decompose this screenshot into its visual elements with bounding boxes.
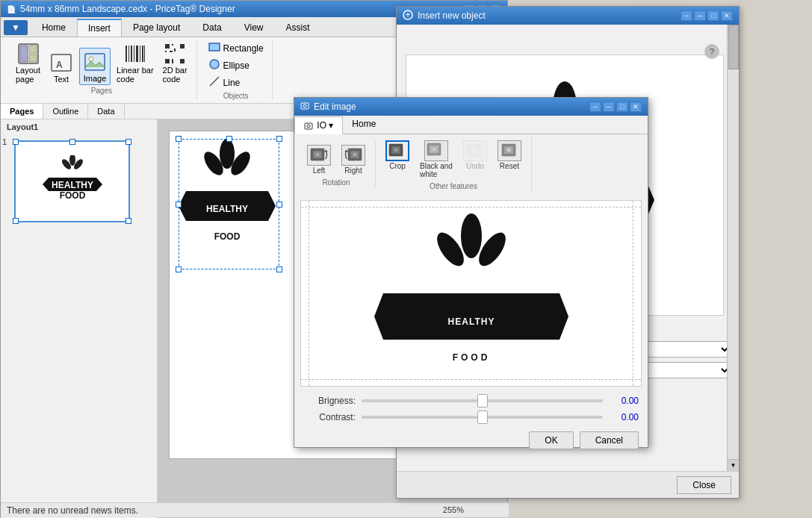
line-icon (208, 75, 220, 90)
tab-outline[interactable]: Outline (43, 104, 88, 119)
rotate-right-icon (341, 145, 365, 166)
tab-pages[interactable]: Pages (1, 104, 43, 119)
ribbon-item-text[interactable]: A Text (46, 49, 76, 85)
svg-marker-83 (560, 293, 568, 340)
ribbon-item-linear-barcode[interactable]: Linear barcode (114, 40, 157, 85)
scrollbar-down-btn[interactable]: ▼ (728, 459, 739, 471)
handle-br[interactable] (276, 266, 282, 272)
handle-tr[interactable] (125, 139, 131, 145)
svg-rect-14 (142, 46, 143, 62)
rectangle-icon (208, 41, 220, 55)
help-icon[interactable]: ? (704, 44, 719, 59)
bw-label: Black andwhite (420, 162, 453, 178)
dialog-maximize-btn[interactable]: □ (616, 102, 628, 112)
handle-tm[interactable] (226, 136, 232, 142)
scrollbar-v[interactable]: ▲ ▼ (727, 25, 739, 471)
handle-tl[interactable] (13, 139, 19, 145)
tab-assist[interactable]: Assist (274, 19, 320, 37)
svg-text:A: A (56, 60, 63, 70)
svg-rect-19 (165, 51, 167, 52)
pages-group-label: Pages (91, 87, 112, 95)
dialog-footer: OK Cancel (294, 425, 648, 455)
page-number: 1 (1, 134, 8, 149)
brightness-track[interactable] (362, 399, 603, 402)
page-thumbnail[interactable]: HEALTHY FOOD (14, 140, 130, 222)
svg-rect-12 (136, 46, 138, 62)
cancel-button[interactable]: Cancel (580, 431, 639, 449)
contrast-label: Contrast: (303, 412, 356, 422)
office-button[interactable]: ▼ (4, 20, 28, 35)
shapes-list: Rectangle Ellipse Line (206, 40, 266, 90)
handle-tr[interactable] (276, 136, 282, 142)
svg-rect-13 (140, 46, 140, 62)
svg-text:HEALTHY: HEALTHY (206, 204, 248, 214)
contrast-thumb[interactable] (477, 411, 488, 424)
tab-insert[interactable]: Insert (77, 19, 122, 37)
handle-br[interactable] (125, 218, 131, 224)
svg-rect-2 (29, 46, 37, 53)
ellipse-icon (208, 58, 220, 72)
brightness-thumb[interactable] (477, 394, 488, 408)
svg-rect-25 (209, 43, 220, 51)
handle-ml[interactable] (176, 202, 182, 207)
dialog-minimize-btn[interactable]: ─ (603, 102, 615, 112)
scrollbar-thumb[interactable] (728, 25, 739, 69)
reset-label: Reset (500, 162, 519, 170)
ribbon-item-image[interactable]: Image (79, 48, 111, 85)
svg-marker-82 (374, 293, 383, 340)
dialog-home-tab[interactable]: Home (343, 116, 385, 134)
svg-marker-33 (96, 178, 102, 191)
resize-btn[interactable]: ↔ (681, 10, 692, 21)
rectangle-label: Rectangle (223, 43, 264, 54)
insert-minimize-btn[interactable]: ─ (694, 10, 706, 21)
handle-bl[interactable] (13, 218, 19, 224)
reset-btn[interactable]: Reset (494, 138, 525, 181)
crop-btn[interactable]: Crop (382, 138, 413, 181)
side-panel: Layout1 1 (1, 119, 158, 518)
rotate-right-label: Right (344, 166, 362, 175)
shape-line[interactable]: Line (206, 75, 266, 90)
handle-mr[interactable] (276, 202, 282, 207)
svg-point-55 (303, 104, 306, 107)
dialog-title-bar: Edit image ↔ ─ □ ✕ (294, 98, 648, 116)
tab-view[interactable]: View (233, 19, 275, 37)
tab-data-panel[interactable]: Data (88, 104, 124, 119)
bw-btn[interactable]: Black andwhite (416, 138, 456, 181)
svg-rect-15 (144, 46, 145, 62)
handle-tl[interactable] (176, 136, 182, 142)
insert-close-btn[interactable]: ✕ (721, 10, 733, 21)
svg-point-7 (89, 57, 93, 61)
svg-text:HEALTHY: HEALTHY (447, 316, 495, 327)
tab-page-layout[interactable]: Page layout (122, 19, 191, 37)
dialog-resize-btn[interactable]: ↔ (589, 102, 601, 112)
bottom-guide (301, 379, 641, 380)
svg-point-26 (210, 60, 219, 69)
ribbon-item-2d-barcode[interactable]: 2D barcode (160, 40, 190, 85)
ellipse-label: Ellipse (223, 60, 250, 71)
contrast-track[interactable] (362, 416, 603, 419)
dialog-active-tab[interactable]: IO ▾ (294, 116, 343, 134)
svg-rect-23 (172, 59, 173, 63)
tab-data[interactable]: Data (191, 19, 232, 37)
shape-ellipse[interactable]: Ellipse (206, 57, 266, 73)
rotate-right-btn[interactable]: Right (338, 143, 369, 177)
dialog-close-btn[interactable]: ✕ (630, 102, 642, 112)
ribbon-item-layout[interactable]: Layoutpage (13, 40, 43, 85)
ok-button[interactable]: OK (529, 431, 573, 449)
close-button[interactable]: Close (677, 476, 731, 494)
svg-line-27 (210, 77, 219, 86)
handle-bl[interactable] (176, 266, 182, 272)
insert-title-bar: + Insert new object ↔ ─ □ ✕ (397, 7, 739, 25)
objects-group-label: Objects (223, 92, 249, 100)
handle-tm[interactable] (69, 139, 75, 145)
svg-marker-32 (43, 178, 49, 191)
insert-maximize-btn[interactable]: □ (707, 10, 719, 21)
shape-rectangle[interactable]: Rectangle (206, 40, 266, 56)
svg-text:FOOD: FOOD (214, 231, 241, 242)
rotate-left-btn[interactable]: Left (303, 143, 335, 177)
svg-text:FOOD: FOOD (452, 352, 490, 363)
tab-home[interactable]: Home (31, 19, 77, 37)
layout-icon (16, 42, 40, 66)
svg-point-68 (394, 148, 398, 152)
undo-btn[interactable]: Undo (459, 138, 491, 181)
